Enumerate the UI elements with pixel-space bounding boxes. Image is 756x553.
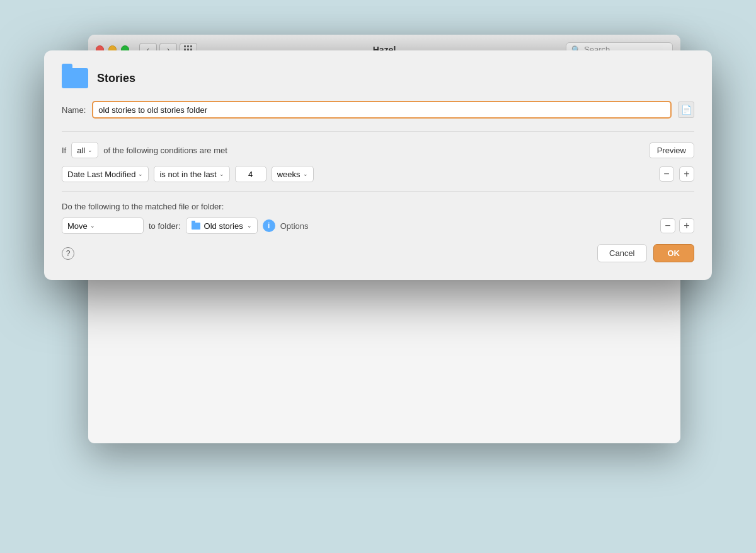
help-button[interactable]: ? xyxy=(62,247,74,260)
name-row: Name: 📄 xyxy=(62,101,694,119)
ok-button[interactable]: OK xyxy=(653,244,695,262)
section-divider-1 xyxy=(62,131,694,132)
modal-folder-icon xyxy=(62,68,88,88)
modal-buttons: Cancel OK xyxy=(597,244,694,262)
condition-operator-label: is not in the last xyxy=(159,170,216,179)
modal-header: Stories xyxy=(62,68,694,88)
if-label: If xyxy=(62,146,66,155)
modal-overlay: Stories Name: 📄 If all ⌄ of the followin… xyxy=(0,0,756,553)
options-label: Options xyxy=(280,221,309,231)
condition-unit-label: weeks xyxy=(277,170,301,179)
action-remove-button[interactable]: − xyxy=(660,218,675,233)
condition-row: Date Last Modified ⌄ is not in the last … xyxy=(62,166,694,182)
modal-bottom: ? Cancel OK xyxy=(62,244,694,262)
actions-label: Do the following to the matched file or … xyxy=(62,202,694,211)
condition-add-button[interactable]: + xyxy=(679,166,694,182)
conditions-text: of the following conditions are met xyxy=(103,146,227,155)
condition-operator-select[interactable]: is not in the last ⌄ xyxy=(154,166,229,182)
action-add-button[interactable]: + xyxy=(679,218,694,233)
action-verb-select[interactable]: Move ⌄ xyxy=(62,218,144,234)
action-row: Move ⌄ to folder: Old stories ⌄ i Option… xyxy=(62,218,694,234)
to-folder-label: to folder: xyxy=(149,221,181,231)
modal-title: Stories xyxy=(97,72,135,85)
folder-target-select[interactable]: Old stories ⌄ xyxy=(186,218,258,234)
all-conditions-select[interactable]: all ⌄ xyxy=(71,142,98,158)
name-label: Name: xyxy=(62,105,86,115)
folder-target-label: Old stories xyxy=(204,221,243,231)
cancel-button[interactable]: Cancel xyxy=(597,244,646,262)
section-divider-2 xyxy=(62,191,694,192)
modal-dialog: Stories Name: 📄 If all ⌄ of the followin… xyxy=(44,50,712,280)
condition-value-input[interactable] xyxy=(235,166,266,182)
document-icon[interactable]: 📄 xyxy=(678,102,694,118)
conditions-header: If all ⌄ of the following conditions are… xyxy=(62,142,694,158)
condition-remove-button[interactable]: − xyxy=(659,166,674,182)
condition-attribute-label: Date Last Modified xyxy=(67,170,135,179)
name-input[interactable] xyxy=(92,101,672,119)
condition-unit-select[interactable]: weeks ⌄ xyxy=(272,166,314,182)
info-button[interactable]: i xyxy=(263,219,275,232)
preview-button[interactable]: Preview xyxy=(649,143,694,158)
condition-attribute-select[interactable]: Date Last Modified ⌄ xyxy=(62,166,149,182)
folder-select-icon xyxy=(192,223,200,230)
